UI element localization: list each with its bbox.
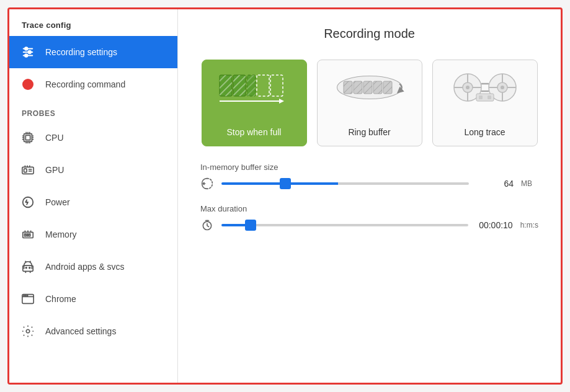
sidebar-item-memory-label: Memory (45, 229, 77, 239)
duration-icon (200, 218, 214, 232)
stop-full-icon (217, 69, 292, 106)
settings-icon (19, 323, 37, 340)
cpu-icon (19, 129, 37, 146)
sliders-icon (19, 43, 37, 61)
main-window: Trace config Recording settings Recordin (7, 7, 563, 385)
recording-mode-cards: Stop when full (200, 60, 538, 146)
mode-card-ring-buffer[interactable]: Ring buffer (317, 60, 422, 146)
svg-rect-29 (25, 234, 26, 236)
buffer-icon (200, 177, 214, 190)
buffer-size-setting: In-memory buffer size 64 MB (200, 163, 538, 190)
buffer-size-value: 64 (476, 179, 514, 189)
sidebar-item-android[interactable]: Android apps & svcs (9, 251, 177, 283)
svg-rect-7 (25, 135, 30, 140)
svg-rect-68 (363, 81, 372, 94)
sidebar-item-power-label: Power (45, 197, 70, 207)
sidebar-item-recording-command-label: Recording command (45, 79, 125, 89)
mode-card-stop-full-label: Stop when full (227, 127, 282, 137)
svg-rect-51 (220, 75, 232, 96)
sidebar-item-chrome[interactable]: Chrome (9, 283, 177, 315)
svg-point-82 (501, 86, 504, 89)
power-icon (19, 194, 37, 211)
sidebar-item-android-label: Android apps & svcs (45, 262, 125, 272)
mode-card-long-trace-label: Long trace (464, 127, 505, 137)
svg-rect-70 (373, 81, 382, 94)
svg-rect-53 (233, 75, 246, 96)
svg-point-5 (25, 54, 28, 57)
red-dot-icon (22, 79, 33, 90)
sidebar-item-advanced[interactable]: Advanced settings (9, 315, 177, 347)
buffer-size-slider[interactable] (221, 182, 469, 185)
sidebar-header: Trace config (9, 9, 177, 36)
svg-rect-90 (479, 96, 483, 99)
svg-rect-55 (247, 75, 256, 96)
sidebar-item-chrome-label: Chrome (45, 294, 76, 304)
mode-card-stop-full[interactable]: Stop when full (202, 60, 307, 146)
sidebar-item-recording-settings-label: Recording settings (45, 47, 117, 57)
sidebar-item-power[interactable]: Power (9, 186, 177, 218)
sidebar-item-recording-command[interactable]: Recording command (9, 68, 177, 100)
max-duration-unit: h:m:s (520, 221, 538, 229)
sidebar-item-recording-settings[interactable]: Recording settings (9, 36, 177, 68)
chrome-icon (19, 290, 37, 308)
svg-point-3 (25, 47, 28, 50)
svg-marker-59 (279, 99, 284, 104)
svg-point-46 (27, 295, 27, 296)
max-duration-label: Max duration (200, 204, 538, 213)
svg-point-45 (25, 295, 26, 296)
svg-point-4 (28, 51, 31, 54)
probes-section-label: Probes (9, 100, 177, 122)
memory-icon (19, 226, 37, 243)
buffer-size-slider-row: 64 MB (200, 177, 538, 190)
sidebar-item-gpu[interactable]: GPU (9, 154, 177, 186)
svg-rect-72 (383, 81, 392, 94)
svg-point-44 (24, 295, 24, 296)
svg-rect-30 (27, 234, 28, 236)
svg-point-38 (25, 267, 27, 269)
sidebar: Trace config Recording settings Recordin (9, 9, 178, 383)
svg-rect-57 (270, 75, 283, 96)
svg-rect-31 (29, 234, 30, 236)
svg-rect-21 (24, 169, 27, 172)
gpu-icon (19, 161, 37, 179)
sidebar-item-advanced-label: Advanced settings (45, 326, 116, 336)
android-icon (19, 258, 37, 275)
svg-rect-56 (257, 75, 269, 96)
sidebar-item-memory[interactable]: Memory (9, 218, 177, 251)
sidebar-item-gpu-label: GPU (45, 165, 64, 175)
max-duration-slider[interactable] (221, 224, 468, 226)
svg-rect-91 (488, 96, 491, 99)
svg-point-47 (26, 329, 30, 333)
record-icon (19, 76, 37, 93)
max-duration-slider-row: 00:00:10 h:m:s (200, 218, 538, 232)
svg-point-75 (466, 86, 470, 89)
sidebar-item-cpu[interactable]: CPU (9, 122, 177, 154)
buffer-size-unit: MB (521, 179, 538, 188)
svg-point-39 (29, 267, 30, 269)
main-content: Recording mode (178, 9, 561, 383)
ring-buffer-icon (332, 69, 407, 106)
mode-card-long-trace[interactable]: Long trace (432, 60, 538, 146)
settings-section: In-memory buffer size 64 MB (200, 163, 538, 232)
max-duration-value: 00:00:10 (476, 220, 513, 230)
buffer-size-label: In-memory buffer size (200, 163, 538, 172)
svg-rect-66 (354, 81, 362, 94)
svg-rect-64 (344, 81, 352, 94)
max-duration-setting: Max duration 00:00:10 h:m:s (200, 204, 538, 232)
page-title: Recording mode (200, 27, 538, 41)
long-trace-icon (448, 69, 522, 106)
sidebar-item-cpu-label: CPU (45, 133, 64, 143)
mode-card-ring-buffer-label: Ring buffer (348, 127, 390, 137)
